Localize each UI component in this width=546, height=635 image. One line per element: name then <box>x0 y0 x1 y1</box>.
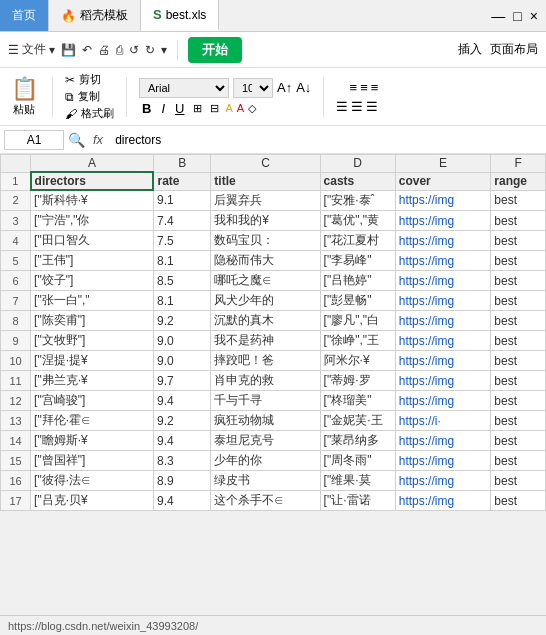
cut-button[interactable]: 剪切 <box>79 72 101 87</box>
cell-14-c[interactable]: 泰坦尼克号 <box>211 431 320 451</box>
cell-11-f[interactable]: best <box>491 371 546 391</box>
cell-9-e[interactable]: https://img <box>395 331 491 351</box>
cell-16-e[interactable]: https://img <box>395 471 491 491</box>
tab-file[interactable]: S best.xls <box>141 0 219 31</box>
tab-home[interactable]: 首页 <box>0 0 49 31</box>
table-row[interactable]: 1directorsratetitlecastscoverrange <box>1 172 546 190</box>
cell-8-d[interactable]: ["廖凡","白 <box>320 311 395 331</box>
cell-reference-input[interactable] <box>4 130 64 150</box>
align-left-icon[interactable]: ☰ <box>336 99 348 114</box>
cell-3-c[interactable]: 我和我的¥ <box>211 211 320 231</box>
cell-3-f[interactable]: best <box>491 211 546 231</box>
cell-1-a[interactable]: directors <box>31 172 154 190</box>
cell-11-e[interactable]: https://img <box>395 371 491 391</box>
cell-6-a[interactable]: ["饺子"] <box>31 271 154 291</box>
table-row[interactable]: 3["宁浩","你7.4我和我的¥["葛优","黄https://imgbest <box>1 211 546 231</box>
toolbar-undo[interactable]: ↶ <box>82 43 92 57</box>
close-button[interactable]: × <box>530 8 538 24</box>
font-name-select[interactable]: Arial <box>139 78 229 98</box>
cell-15-d[interactable]: ["周冬雨" <box>320 451 395 471</box>
table-row[interactable]: 16["彼得·法∈8.9绿皮书["维果·莫https://imgbest <box>1 471 546 491</box>
table-row[interactable]: 17["吕克·贝¥9.4这个杀手不∈["让·雷诺https://imgbest <box>1 491 546 511</box>
cell-16-f[interactable]: best <box>491 471 546 491</box>
cell-13-a[interactable]: ["拜伦·霍∈ <box>31 411 154 431</box>
cell-9-a[interactable]: ["文牧野"] <box>31 331 154 351</box>
cell-6-f[interactable]: best <box>491 271 546 291</box>
cell-1-d[interactable]: casts <box>320 172 395 190</box>
cell-15-f[interactable]: best <box>491 451 546 471</box>
cell-2-e[interactable]: https://img <box>395 190 491 211</box>
cell-12-e[interactable]: https://img <box>395 391 491 411</box>
cell-2-a[interactable]: ["斯科特·¥ <box>31 190 154 211</box>
align-top-icon[interactable]: ≡ <box>350 80 358 95</box>
cell-3-a[interactable]: ["宁浩","你 <box>31 211 154 231</box>
cell-15-c[interactable]: 少年的你 <box>211 451 320 471</box>
col-header-d[interactable]: D <box>320 155 395 173</box>
cell-7-c[interactable]: 风犬少年的 <box>211 291 320 311</box>
cell-6-c[interactable]: 哪吒之魔∈ <box>211 271 320 291</box>
toolbar-save[interactable]: 💾 <box>61 43 76 57</box>
cell-4-e[interactable]: https://img <box>395 231 491 251</box>
cell-8-a[interactable]: ["陈奕甫"] <box>31 311 154 331</box>
cell-17-f[interactable]: best <box>491 491 546 511</box>
cell-7-e[interactable]: https://img <box>395 291 491 311</box>
font-grow-icon[interactable]: A↑ <box>277 80 292 95</box>
cell-13-f[interactable]: best <box>491 411 546 431</box>
toolbar-print2[interactable]: ⎙ <box>116 43 123 57</box>
page-layout-label[interactable]: 页面布局 <box>490 41 538 58</box>
cell-7-f[interactable]: best <box>491 291 546 311</box>
cell-17-c[interactable]: 这个杀手不∈ <box>211 491 320 511</box>
font-shrink-icon[interactable]: A↓ <box>296 80 311 95</box>
cell-5-d[interactable]: ["李易峰" <box>320 251 395 271</box>
cell-14-e[interactable]: https://img <box>395 431 491 451</box>
cell-12-d[interactable]: ["柊瑠美" <box>320 391 395 411</box>
cell-2-d[interactable]: ["安雅·泰ˆ <box>320 190 395 211</box>
cell-9-f[interactable]: best <box>491 331 546 351</box>
maximize-button[interactable]: □ <box>513 8 521 24</box>
cell-10-b[interactable]: 9.0 <box>153 351 210 371</box>
table-row[interactable]: 15["曾国祥"]8.3少年的你["周冬雨"https://imgbest <box>1 451 546 471</box>
cell-6-e[interactable]: https://img <box>395 271 491 291</box>
cell-12-f[interactable]: best <box>491 391 546 411</box>
cell-2-f[interactable]: best <box>491 190 546 211</box>
cell-8-f[interactable]: best <box>491 311 546 331</box>
insert-label[interactable]: 插入 <box>458 41 482 58</box>
cell-13-d[interactable]: ["金妮芙·王 <box>320 411 395 431</box>
cell-11-c[interactable]: 肖申克的救 <box>211 371 320 391</box>
cell-10-c[interactable]: 摔跤吧！爸 <box>211 351 320 371</box>
cell-5-f[interactable]: best <box>491 251 546 271</box>
cell-9-b[interactable]: 9.0 <box>153 331 210 351</box>
cell-6-d[interactable]: ["吕艳婷" <box>320 271 395 291</box>
col-header-c[interactable]: C <box>211 155 320 173</box>
italic-button[interactable]: I <box>158 101 168 116</box>
cell-16-a[interactable]: ["彼得·法∈ <box>31 471 154 491</box>
cell-9-c[interactable]: 我不是药神 <box>211 331 320 351</box>
cell-10-a[interactable]: ["涅提·提¥ <box>31 351 154 371</box>
col-header-a[interactable]: A <box>31 155 154 173</box>
cell-1-b[interactable]: rate <box>153 172 210 190</box>
cell-2-c[interactable]: 后翼弃兵 <box>211 190 320 211</box>
cell-15-a[interactable]: ["曾国祥"] <box>31 451 154 471</box>
cell-12-b[interactable]: 9.4 <box>153 391 210 411</box>
cell-7-d[interactable]: ["彭昱畅" <box>320 291 395 311</box>
bold-button[interactable]: B <box>139 101 154 116</box>
cell-17-a[interactable]: ["吕克·贝¥ <box>31 491 154 511</box>
table-row[interactable]: 9["文牧野"]9.0我不是药神["徐峥","王https://imgbest <box>1 331 546 351</box>
file-menu-label[interactable]: 文件 <box>22 41 46 58</box>
table-row[interactable]: 14["瞻姆斯·¥9.4泰坦尼克号["莱昂纳多https://imgbest <box>1 431 546 451</box>
cell-5-e[interactable]: https://img <box>395 251 491 271</box>
font-size-select[interactable]: 10 <box>233 78 273 98</box>
col-header-b[interactable]: B <box>153 155 210 173</box>
align-right-icon[interactable]: ☰ <box>366 99 378 114</box>
table-row[interactable]: 6["饺子"]8.5哪吒之魔∈["吕艳婷"https://imgbest <box>1 271 546 291</box>
cell-16-c[interactable]: 绿皮书 <box>211 471 320 491</box>
cell-10-e[interactable]: https://img <box>395 351 491 371</box>
cell-9-d[interactable]: ["徐峥","王 <box>320 331 395 351</box>
search-formula-icon[interactable]: 🔍 <box>68 132 85 148</box>
cell-7-a[interactable]: ["张一白"," <box>31 291 154 311</box>
table-row[interactable]: 2["斯科特·¥9.1后翼弃兵["安雅·泰ˆhttps://imgbest <box>1 190 546 211</box>
table-row[interactable]: 4["田口智久7.5数码宝贝：["花江夏村https://imgbest <box>1 231 546 251</box>
formula-input[interactable] <box>111 131 542 149</box>
toolbar-menu-icon[interactable]: ☰ 文件 ▾ <box>8 41 55 58</box>
font-color-button[interactable]: A <box>237 102 244 114</box>
